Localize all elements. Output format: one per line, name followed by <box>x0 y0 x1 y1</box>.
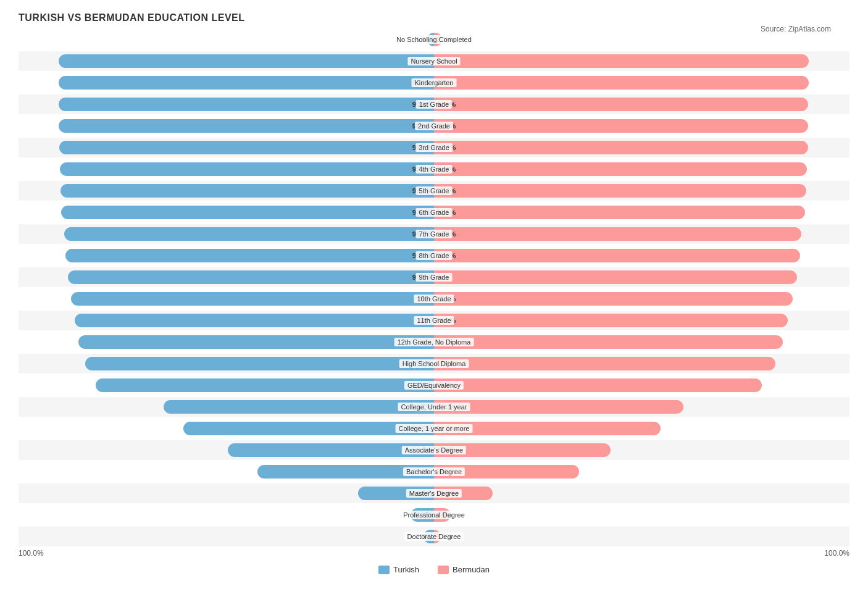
chart-row: 53.9%46.2%Associate's Degree <box>19 440 849 460</box>
chart-row: 93%91.2%12th Grade, No Diploma <box>19 332 849 352</box>
chart-row: 19.9%15.4%Master's Degree <box>19 483 849 503</box>
row-label: 12th Grade, No Diploma <box>394 338 474 346</box>
row-label: 3rd Grade <box>415 143 453 152</box>
row-label: College, 1 year or more <box>396 424 473 433</box>
chart-row: 97.5%97.1%6th Grade <box>19 203 849 222</box>
chart-row: 2.7%1.8%Doctorate Degree <box>19 527 849 546</box>
row-label: 11th Grade <box>414 316 454 325</box>
bermudan-bar: 85.8% <box>434 378 762 392</box>
row-label: Doctorate Degree <box>404 532 464 541</box>
chart-row: 6.2%4.4%Professional Degree <box>19 505 849 525</box>
chart-row: 65.5%59.3%College, 1 year or more <box>19 419 849 438</box>
legend-turkish: Turkish <box>378 565 419 574</box>
bermudan-bar: 92.6% <box>434 314 788 327</box>
row-label: 9th Grade <box>416 273 453 282</box>
row-label: Bachelor's Degree <box>403 467 465 476</box>
row-label: 8th Grade <box>416 251 453 260</box>
turkish-bar: 98.1% <box>59 141 434 154</box>
row-label: Kindergarten <box>412 78 457 87</box>
turkish-legend-box <box>378 566 390 574</box>
chart-row: 98.2%97.9%2nd Grade <box>19 116 849 136</box>
chart-row: 88.5%85.8%GED/Equivalency <box>19 375 849 395</box>
chart-row: 96.5%95.8%8th Grade <box>19 246 849 265</box>
row-label: No Schooling Completed <box>393 35 475 44</box>
turkish-bar: 97.5% <box>61 206 434 219</box>
row-label: High School Diploma <box>399 359 469 368</box>
chart-row: 98.2%98%Kindergarten <box>19 73 849 93</box>
chart-row: 98.2%97.9%1st Grade <box>19 94 849 114</box>
bermudan-bar: 98% <box>434 76 809 90</box>
bermudan-legend-box <box>438 566 449 574</box>
chart-row: 70.7%65.2%College, Under 1 year <box>19 397 849 417</box>
row-label: GED/Equivalency <box>404 381 464 390</box>
chart-row: 46.2%38%Bachelor's Degree <box>19 462 849 482</box>
bermudan-bar: 97.9% <box>434 98 808 111</box>
chart-row: 98.1%97.8%3rd Grade <box>19 138 849 157</box>
row-label: College, Under 1 year <box>398 403 470 411</box>
turkish-bar: 91.2% <box>85 357 434 370</box>
turkish-bar: 70.7% <box>164 400 434 414</box>
chart-row: 95%93.9%10th Grade <box>19 289 849 309</box>
bermudan-bar: 97.4% <box>434 184 806 198</box>
turkish-bar: 98.2% <box>59 98 434 111</box>
chart-row: 94%92.6%11th Grade <box>19 311 849 330</box>
bermudan-bar: 95% <box>434 270 797 284</box>
turkish-bar: 96.7% <box>64 227 434 241</box>
turkish-bar: 96.5% <box>65 249 434 262</box>
bermudan-bar: 98% <box>434 54 809 68</box>
row-label: 4th Grade <box>416 165 453 173</box>
bermudan-bar: 95.8% <box>434 249 800 262</box>
bermudan-bar: 97.6% <box>434 162 807 176</box>
bermudan-bar: 97.1% <box>434 206 805 219</box>
row-label: 6th Grade <box>416 208 453 217</box>
row-label: 10th Grade <box>414 295 454 303</box>
row-label: 7th Grade <box>416 230 453 238</box>
bermudan-bar: 97.9% <box>434 119 808 133</box>
turkish-bar: 95.8% <box>68 270 434 284</box>
turkish-legend-label: Turkish <box>393 565 419 574</box>
row-label: Master's Degree <box>406 489 462 498</box>
row-label: Nursery School <box>407 57 460 65</box>
bermudan-bar: 96.1% <box>434 227 801 241</box>
chart-row: 91.2%89.3%High School Diploma <box>19 354 849 374</box>
turkish-bar: 88.5% <box>96 378 434 392</box>
bottom-labels: 100.0% 100.0% <box>19 549 849 558</box>
row-label: Associate's Degree <box>402 446 466 454</box>
row-label: 1st Grade <box>416 100 452 109</box>
bermudan-bar: 91.2% <box>434 335 783 349</box>
row-label: 2nd Grade <box>415 122 453 130</box>
turkish-bar: 98.2% <box>59 119 434 133</box>
row-label: Professional Degree <box>400 511 468 519</box>
turkish-bar: 98.2% <box>59 76 434 90</box>
chart-row: 98.2%98%Nursery School <box>19 51 849 71</box>
legend: Turkish Bermudan <box>19 565 849 574</box>
bermudan-bar: 93.9% <box>434 292 793 306</box>
turkish-bar: 94% <box>75 314 434 327</box>
bottom-right-label: 100.0% <box>824 549 849 558</box>
bermudan-bar: 97.8% <box>434 141 808 154</box>
turkish-bar: 95% <box>71 292 434 306</box>
bermudan-bar: 89.3% <box>434 357 775 370</box>
turkish-bar: 98.2% <box>59 54 434 68</box>
chart-row: 97.7%97.4%5th Grade <box>19 181 849 201</box>
chart-row: 97.9%97.6%4th Grade <box>19 159 849 179</box>
turkish-bar: 97.9% <box>60 162 434 176</box>
bottom-left-label: 100.0% <box>19 549 44 558</box>
chart-row: 95.8%95%9th Grade <box>19 267 849 287</box>
chart-title: TURKISH VS BERMUDAN EDUCATION LEVEL <box>19 12 849 23</box>
bermudan-bar: 65.2% <box>434 400 683 414</box>
legend-bermudan: Bermudan <box>438 565 490 574</box>
turkish-bar: 97.7% <box>61 184 434 198</box>
turkish-bar: 93% <box>78 335 434 349</box>
chart-row: 96.7%96.1%7th Grade <box>19 224 849 244</box>
bermudan-legend-label: Bermudan <box>453 565 490 574</box>
chart-row: 1.8%2.1%No Schooling Completed <box>19 30 849 49</box>
row-label: 5th Grade <box>416 186 453 195</box>
chart-container: 1.8%2.1%No Schooling Completed98.2%98%Nu… <box>19 30 849 546</box>
